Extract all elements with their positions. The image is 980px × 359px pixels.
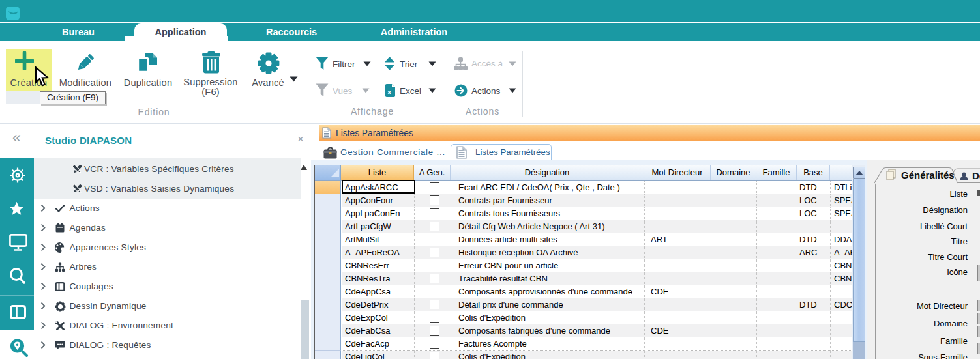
svg-text:x: x xyxy=(387,88,392,96)
